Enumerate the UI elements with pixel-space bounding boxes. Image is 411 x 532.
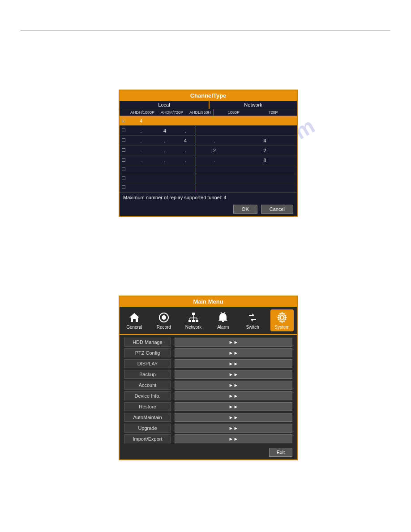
row4-net1: 2 (196, 148, 233, 153)
svg-rect-5 (192, 320, 195, 322)
menu-label-display: DISPLAY (124, 359, 171, 368)
nav-switch[interactable]: Switch (241, 309, 264, 331)
menu-row-device-info: Device Info. ►► (124, 391, 292, 400)
row6-checkbox[interactable]: ☐ (120, 167, 128, 172)
record-icon (158, 311, 170, 324)
forward-arrow-icon: ►► (229, 361, 239, 366)
menu-row-upgrade: Upgrade ►► (124, 424, 292, 433)
main-menu-title: Main Menu (120, 296, 297, 307)
cancel-button[interactable]: Cancel (261, 205, 293, 214)
top-divider (21, 30, 390, 31)
svg-rect-6 (196, 320, 198, 322)
menu-arrow-account[interactable]: ►► (175, 381, 292, 390)
table-row[interactable]: ☐ (120, 165, 297, 174)
forward-arrow-icon: ►► (229, 382, 239, 388)
menu-arrow-device-info[interactable]: ►► (175, 391, 292, 400)
row3-local1: . (128, 138, 154, 143)
subhdr-1080p: 1080P (214, 109, 253, 116)
row3-checkbox[interactable]: ☐ (120, 137, 128, 143)
forward-arrow-icon: ►► (229, 372, 239, 377)
svg-point-2 (162, 315, 166, 320)
row3-net2: 4 (233, 138, 297, 143)
menu-row-ptz: PTZ Config ►► (124, 348, 292, 357)
nav-system-label: System (274, 325, 289, 330)
row5-net2: 8 (233, 158, 297, 163)
row1-local1: 4 (128, 118, 154, 124)
menu-arrow-automaintain[interactable]: ►► (175, 413, 292, 422)
channel-type-title: ChannelType (120, 90, 297, 101)
row5-local3: . (175, 158, 196, 163)
main-menu-content: HDD Manage ►► PTZ Config ►► DISPLAY ►► B… (120, 335, 297, 446)
home-icon (128, 311, 141, 324)
svg-rect-4 (188, 320, 191, 322)
nav-system[interactable]: System (270, 309, 294, 331)
row2-local1: . (128, 128, 154, 133)
row5-checkbox[interactable]: ☐ (120, 157, 128, 163)
menu-row-automaintain: AutoMaintain ►► (124, 413, 292, 422)
nav-alarm-label: Alarm (217, 325, 229, 330)
menu-arrow-display[interactable]: ►► (175, 359, 292, 368)
row2-checkbox[interactable]: ☐ (120, 128, 128, 133)
row8-checkbox[interactable]: ☐ (120, 184, 128, 190)
menu-label-import-export: Import/Export (124, 434, 171, 443)
alarm-icon (217, 311, 229, 324)
exit-row: Exit (120, 446, 297, 459)
subhdr-ahdh: AHDH/1080P (128, 109, 157, 116)
forward-arrow-icon: ►► (229, 436, 239, 442)
ok-button[interactable]: OK (233, 205, 257, 214)
menu-row-display: DISPLAY ►► (124, 359, 292, 368)
svg-rect-12 (222, 321, 224, 322)
forward-arrow-icon: ►► (229, 415, 239, 420)
channel-type-body: Local Network AHDH/1080P AHDM/720P AHDL/… (120, 101, 297, 216)
footer-text: Maximum number of replay supported tunne… (120, 192, 297, 202)
menu-label-ptz: PTZ Config (124, 348, 171, 357)
main-menu-dialog: Main Menu General Record (119, 296, 298, 460)
subhdr-ahdl: AHDL/960H (187, 109, 214, 116)
menu-arrow-restore[interactable]: ►► (175, 402, 292, 411)
nav-record[interactable]: Record (152, 309, 176, 331)
nav-network-label: Network (185, 325, 202, 330)
nav-record-label: Record (157, 325, 171, 330)
nav-switch-label: Switch (246, 325, 259, 330)
switch-icon (246, 311, 259, 324)
channel-type-section-headers: Local Network (120, 101, 297, 109)
table-row[interactable]: ☐ (120, 183, 297, 192)
table-row[interactable]: ☐ . . . . 8 (120, 155, 297, 165)
menu-arrow-backup[interactable]: ►► (175, 370, 292, 379)
menu-arrow-upgrade[interactable]: ►► (175, 424, 292, 433)
table-row[interactable]: ☐ . 4 . (120, 126, 297, 136)
menu-arrow-hdd[interactable]: ►► (175, 338, 292, 347)
row2-local3: . (175, 128, 196, 133)
table-row[interactable]: ☐ (120, 174, 297, 183)
menu-label-backup: Backup (124, 370, 171, 379)
table-row[interactable]: ☐ . . . 2 2 (120, 146, 297, 155)
row4-checkbox[interactable]: ☐ (120, 147, 128, 153)
row3-local3: 4 (175, 138, 196, 143)
forward-arrow-icon: ►► (229, 404, 239, 409)
forward-arrow-icon: ►► (229, 350, 239, 356)
row4-local1: . (128, 148, 154, 153)
forward-arrow-icon: ►► (229, 425, 239, 431)
svg-line-14 (224, 312, 225, 313)
subhdr-720p: 720P (253, 109, 293, 116)
row4-net2: 2 (233, 148, 297, 153)
forward-arrow-icon: ►► (229, 339, 239, 345)
nav-general[interactable]: General (123, 309, 146, 331)
nav-general-label: General (126, 325, 142, 330)
table-row[interactable]: ☐ . . 4 . 4 (120, 136, 297, 146)
nav-network[interactable]: Network (182, 309, 206, 331)
row5-net1: . (196, 158, 233, 163)
nav-alarm[interactable]: Alarm (211, 309, 235, 331)
exit-button[interactable]: Exit (269, 448, 292, 457)
menu-label-hdd: HDD Manage (124, 338, 171, 347)
menu-label-device-info: Device Info. (124, 391, 171, 400)
menu-arrow-ptz[interactable]: ►► (175, 348, 292, 357)
svg-point-16 (280, 316, 284, 319)
menu-arrow-import-export[interactable]: ►► (175, 434, 292, 443)
table-row[interactable]: ☑ 4 (120, 116, 297, 126)
row7-checkbox[interactable]: ☐ (120, 176, 128, 181)
row3-net1: . (196, 138, 233, 143)
menu-label-restore: Restore (124, 402, 171, 411)
row1-checkbox[interactable]: ☑ (120, 118, 128, 124)
row4-local3: . (175, 148, 196, 153)
